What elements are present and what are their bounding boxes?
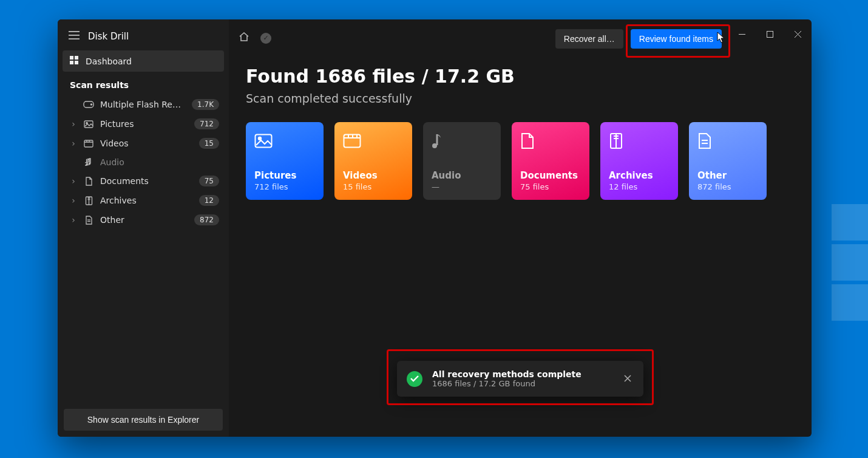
archive-icon — [609, 131, 670, 151]
dashboard-icon — [70, 56, 78, 66]
sidebar-item-label: Other — [100, 215, 188, 225]
document-icon — [520, 131, 581, 151]
drive-icon — [83, 101, 94, 108]
app-title: Disk Drill — [88, 31, 129, 42]
sidebar-item-audio[interactable]: › Audio — [63, 153, 224, 171]
card-sub: 15 files — [343, 182, 404, 191]
chevron-right-icon: › — [70, 176, 77, 186]
sidebar-footer: Show scan results in Explorer — [58, 403, 229, 437]
hamburger-icon[interactable] — [69, 30, 80, 42]
svg-rect-11 — [84, 140, 93, 147]
sidebar-item-label: Videos — [100, 138, 193, 148]
card-title: Other — [697, 170, 758, 181]
svg-point-15 — [86, 163, 88, 166]
home-icon[interactable] — [239, 32, 249, 44]
card-sub: 75 files — [520, 182, 581, 191]
main-area: ✓ Recover all… Review found items Found … — [229, 19, 812, 437]
results-headline: Found 1686 files / 17.2 GB — [246, 66, 795, 87]
card-audio[interactable]: Audio — — [423, 122, 501, 200]
sidebar-item-label: Audio — [100, 157, 219, 167]
top-icon-row: ✓ — [239, 32, 271, 44]
sidebar-item-label: Documents — [100, 176, 193, 186]
top-buttons: Recover all… Review found items — [555, 29, 722, 49]
completion-toast: All recovery methods complete 1686 files… — [397, 361, 643, 397]
sidebar-section-title: Scan results — [63, 72, 224, 95]
window-minimize-button[interactable] — [728, 19, 756, 49]
card-title: Audio — [432, 170, 492, 181]
card-pictures[interactable]: Pictures 712 files — [246, 122, 324, 200]
svg-point-8 — [91, 104, 92, 105]
document-icon — [83, 177, 94, 186]
sidebar-device-row[interactable]: › Multiple Flash Reader U… 1.7K — [63, 95, 224, 114]
file-icon — [83, 216, 94, 225]
sidebar-item-documents[interactable]: › Documents 75 — [63, 171, 224, 191]
verified-icon[interactable]: ✓ — [260, 33, 271, 44]
nav-dashboard-label: Dashboard — [86, 56, 132, 66]
desktop-windows-logo — [832, 200, 868, 324]
archive-icon — [83, 196, 94, 205]
sidebar-item-count: 872 — [194, 214, 219, 225]
sidebar-item-count: 75 — [199, 176, 219, 186]
chevron-right-icon: › — [70, 138, 77, 148]
svg-rect-27 — [256, 135, 272, 148]
window-controls — [728, 19, 812, 49]
sidebar-nav: Dashboard Scan results › Multiple Flash … — [58, 50, 229, 403]
sidebar-item-label: Pictures — [100, 119, 188, 129]
sidebar-item-pictures[interactable]: › Pictures 712 — [63, 114, 224, 134]
card-videos[interactable]: Videos 15 files — [334, 122, 412, 200]
card-sub: — — [432, 182, 492, 191]
svg-rect-6 — [75, 61, 78, 64]
music-icon — [83, 158, 94, 166]
results-subhead: Scan completed successfully — [246, 92, 795, 105]
window-close-button[interactable] — [784, 19, 812, 49]
video-icon — [83, 140, 94, 148]
sidebar-item-archives[interactable]: › Archives 12 — [63, 191, 224, 210]
check-circle-icon — [407, 371, 422, 387]
nav-dashboard[interactable]: Dashboard — [63, 50, 224, 72]
sidebar-item-count: 712 — [194, 118, 219, 129]
sidebar-item-count: 12 — [199, 195, 219, 206]
image-icon — [83, 120, 94, 128]
sidebar-item-other[interactable]: › Other 872 — [63, 210, 224, 230]
sidebar: Disk Drill Dashboard Scan results › Mult… — [58, 19, 229, 437]
card-title: Videos — [343, 170, 404, 181]
toast-sub: 1686 files / 17.2 GB found — [432, 379, 612, 388]
image-icon — [254, 131, 315, 151]
card-documents[interactable]: Documents 75 files — [512, 122, 589, 200]
svg-rect-3 — [70, 56, 73, 60]
svg-rect-35 — [436, 134, 438, 145]
toast-title: All recovery methods complete — [432, 369, 612, 379]
card-other[interactable]: Other 872 files — [689, 122, 767, 200]
svg-rect-4 — [75, 56, 78, 60]
card-sub: 12 files — [609, 182, 670, 191]
video-icon — [343, 131, 404, 151]
recover-all-button[interactable]: Recover all… — [555, 29, 623, 49]
card-sub: 712 files — [254, 182, 315, 191]
window-maximize-button[interactable] — [756, 19, 784, 49]
sidebar-device-count: 1.7K — [192, 99, 219, 110]
svg-rect-24 — [767, 31, 773, 37]
file-icon — [697, 131, 758, 151]
show-in-explorer-button[interactable]: Show scan results in Explorer — [64, 409, 223, 431]
card-title: Archives — [609, 170, 670, 181]
card-title: Pictures — [254, 170, 315, 181]
sidebar-device-label: Multiple Flash Reader U… — [100, 100, 186, 109]
category-cards: Pictures 712 files Videos 15 files Audio… — [246, 122, 795, 200]
sidebar-item-videos[interactable]: › Videos 15 — [63, 134, 224, 153]
card-sub: 872 files — [697, 182, 758, 191]
toast-close-button[interactable] — [622, 371, 634, 387]
sidebar-item-label: Archives — [100, 196, 193, 205]
sidebar-header: Disk Drill — [58, 19, 229, 50]
app-window: Disk Drill Dashboard Scan results › Mult… — [58, 19, 812, 437]
chevron-right-icon: › — [70, 196, 77, 205]
music-icon — [432, 131, 492, 151]
chevron-right-icon: › — [70, 215, 77, 225]
svg-rect-5 — [70, 61, 73, 64]
review-found-items-button[interactable]: Review found items — [631, 29, 722, 49]
card-title: Documents — [520, 170, 581, 181]
chevron-right-icon: › — [70, 119, 77, 129]
card-archives[interactable]: Archives 12 files — [600, 122, 678, 200]
svg-point-28 — [259, 137, 261, 140]
sidebar-item-count: 15 — [199, 138, 219, 149]
toast-container: All recovery methods complete 1686 files… — [397, 361, 643, 397]
